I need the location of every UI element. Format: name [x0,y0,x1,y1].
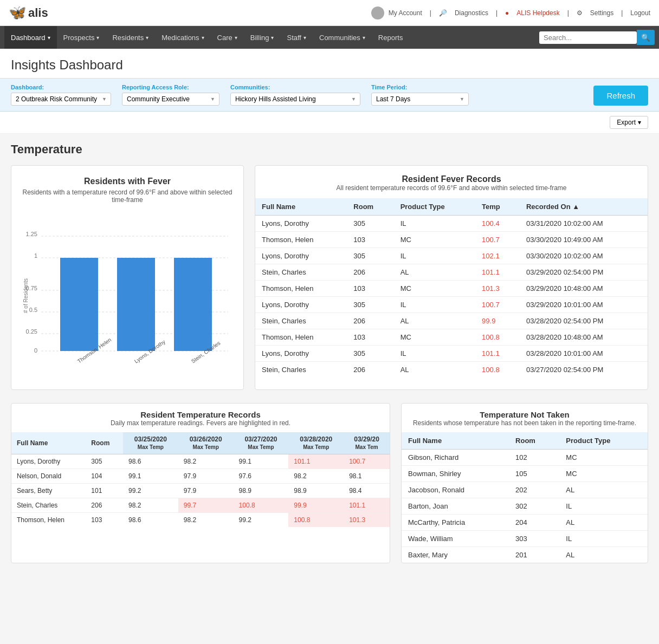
export-bar: Export ▾ [0,112,659,134]
temp-records-title: Resident Temperature Records [20,410,381,419]
th-date2: 03/26/2020Max Temp [178,432,234,454]
my-account-link[interactable]: My Account [389,9,422,17]
nt-type: IL [559,531,648,547]
th-date1: 03/25/2020Max Temp [123,432,178,454]
filter-communities: Communities: Hickory Hills Assisted Livi… [230,84,360,106]
filter-communities-select[interactable]: Hickory Hills Assisted Living [230,93,360,106]
tr-temp: 101.1 [288,454,344,469]
tr-temp: 98.2 [178,513,234,528]
fever-chart-subtitle: Residents with a temperature record of 9… [22,188,232,204]
filter-role-select[interactable]: Community Executive [122,93,219,106]
tr-temp: 100.7 [344,454,390,469]
fever-temp: 100.4 [475,216,520,232]
not-taken-row: Gibson, Richard 102 MC [402,450,648,466]
tr-temp: 101.1 [344,498,390,513]
filter-dashboard-select[interactable]: 2 Outbreak Risk Community [11,93,111,106]
nav-item-residents[interactable]: Residents ▾ [106,26,155,49]
fever-records-header-row: Full Name Room Product Type Temp Recorde… [255,198,648,216]
nav-divider: | [567,9,569,17]
filter-communities-wrap: Hickory Hills Assisted Living [230,93,360,106]
fever-room: 103 [347,329,393,346]
refresh-button[interactable]: Refresh [593,86,648,106]
fever-name: Stein, Charles [255,264,347,281]
fever-type: MC [394,329,475,346]
fever-temp: 99.9 [475,313,520,329]
not-taken-header: Temperature Not Taken Residents whose te… [402,404,648,432]
logout-link[interactable]: Logout [630,9,650,17]
avatar-icon [371,6,384,19]
filter-timeperiod: Time Period: Last 7 Days [371,84,469,106]
fever-temp: 100.8 [475,362,520,378]
col-temp: Temp [475,198,520,216]
tr-temp: 98.4 [344,484,390,498]
diagnostics-link[interactable]: Diagnostics [455,9,488,17]
fever-type: MC [394,281,475,297]
fever-temp: 100.7 [475,297,520,313]
fever-record-row: Lyons, Dorothy 305 IL 101.1 03/28/2020 1… [255,346,648,362]
temp-records-subtitle: Daily max temperature readings. Fevers a… [20,419,381,427]
nt-type: MC [559,466,648,482]
temp-record-row: Thomson, Helen 103 98.698.299.2100.8101.… [11,513,390,528]
search-button[interactable]: 🔍 [637,30,655,45]
fever-room: 103 [347,232,393,248]
helpdesk-link[interactable]: ALIS Helpdesk [516,9,559,17]
svg-text:1.25: 1.25 [26,231,37,237]
temp-record-row: Stein, Charles 206 98.299.7100.899.9101.… [11,498,390,513]
fever-date: 03/29/2020 10:48:00 AM [520,281,648,297]
fever-type: IL [394,216,475,232]
bar-lyons [117,258,155,351]
nav-divider: | [430,9,431,17]
tr-temp: 97.9 [178,469,234,484]
fever-records-title: Resident Fever Records [264,174,639,184]
nav-label-prospects: Prospects [63,34,95,42]
fever-date: 03/30/2020 10:49:00 AM [520,232,648,248]
top-bar: 🦋 alis My Account | 🔎 Diagnostics | ● AL… [0,0,659,26]
fever-chart-card: Residents with Fever Residents with a te… [11,165,244,390]
export-button[interactable]: Export ▾ [610,116,648,129]
fever-name: Thomson, Helen [255,281,347,297]
fever-name: Stein, Charles [255,362,347,378]
fever-name: Lyons, Dorothy [255,216,347,232]
settings-link[interactable]: Settings [590,9,613,17]
nav-item-prospects[interactable]: Prospects ▾ [57,26,106,49]
not-taken-card: Temperature Not Taken Residents whose te… [401,403,648,563]
fever-name: Stein, Charles [255,313,347,329]
fever-record-row: Thomson, Helen 103 MC 101.3 03/29/2020 1… [255,281,648,297]
th-name: Full Name [11,432,86,454]
not-taken-row: Wade, William 303 IL [402,531,648,547]
nav-item-staff[interactable]: Staff ▾ [280,26,313,49]
filter-role-wrap: Community Executive [122,93,219,106]
nav-item-billing[interactable]: Billing ▾ [244,26,281,49]
chevron-icon: ▾ [146,35,148,41]
tr-temp: 100.8 [234,498,289,513]
nt-name: Bowman, Shirley [402,466,509,482]
search-input[interactable] [539,31,637,44]
nav-item-care[interactable]: Care ▾ [211,26,244,49]
fever-date: 03/28/2020 02:54:00 PM [520,313,648,329]
fever-room: 206 [347,313,393,329]
bar-chart-svg: 1.25 1 0.75 0.5 0.25 0 # of Residents [22,214,234,377]
bar-stein [174,258,212,351]
fever-type: MC [394,232,475,248]
export-label: Export [617,119,636,126]
nav-item-dashboard[interactable]: Dashboard ▾ [4,26,57,49]
nav-item-reports[interactable]: Reports [372,26,410,49]
nt-room: 204 [509,515,559,531]
nt-room: 201 [509,547,559,563]
fever-record-row: Stein, Charles 206 AL 100.8 03/27/2020 0… [255,362,648,378]
nav-item-medications[interactable]: Medications ▾ [155,26,210,49]
chevron-icon: ▾ [271,35,274,41]
tr-temp: 97.6 [234,469,289,484]
nav-label-care: Care [217,34,232,42]
filters-bar: Dashboard: 2 Outbreak Risk Community Rep… [0,79,659,112]
chevron-icon: ▾ [48,35,50,41]
fever-date: 03/29/2020 10:01:00 AM [520,297,648,313]
filter-timeperiod-select[interactable]: Last 7 Days [371,93,469,106]
tr-temp: 97.9 [178,484,234,498]
top-nav-right: My Account | 🔎 Diagnostics | ● ALIS Help… [371,6,650,19]
fever-room: 305 [347,346,393,362]
fever-room: 305 [347,248,393,264]
nt-room: 102 [509,450,559,466]
nav-item-communities[interactable]: Communities ▾ [313,26,372,49]
fever-temp: 101.1 [475,264,520,281]
